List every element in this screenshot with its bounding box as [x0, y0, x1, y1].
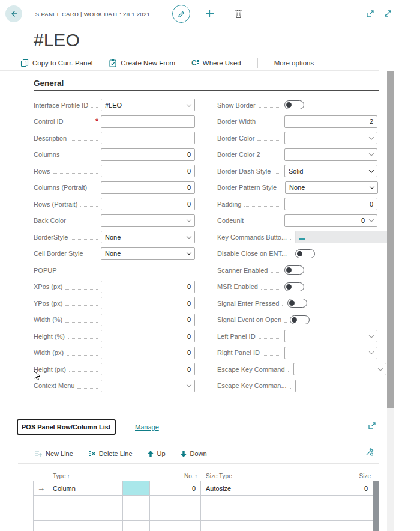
codeunit-combobox[interactable]: 0: [284, 214, 377, 227]
field-value: 0: [187, 184, 191, 191]
section-title-general[interactable]: General: [34, 79, 64, 88]
column-header-no[interactable]: No.↑: [150, 473, 201, 479]
signal-enter-pressed-toggle[interactable]: [287, 299, 307, 308]
manage-link[interactable]: Manage: [135, 423, 159, 431]
scanner-enabled-toggle[interactable]: [284, 266, 304, 275]
rows-portrait-input[interactable]: 0: [101, 198, 195, 210]
field-control-id: Control ID *: [34, 115, 195, 128]
context-menu-combobox[interactable]: [101, 380, 195, 392]
field-border-color: Border Color: [217, 132, 377, 144]
width-px-input[interactable]: 0: [101, 347, 195, 359]
border-width-input[interactable]: 2: [284, 115, 377, 128]
cell-no[interactable]: 0: [150, 481, 201, 495]
delete-button[interactable]: [234, 8, 243, 19]
back-button[interactable]: [5, 5, 22, 22]
msr-enabled-toggle[interactable]: [284, 282, 304, 291]
part-open-in-new-window-button[interactable]: [368, 422, 376, 430]
border-pattern-style-select[interactable]: None: [285, 181, 378, 194]
columns-input[interactable]: 0: [101, 148, 195, 161]
table-row-empty[interactable]: [33, 496, 379, 508]
dotted-leader: [68, 338, 98, 339]
dotted-leader: [259, 338, 281, 339]
rows-input[interactable]: 0: [101, 165, 195, 177]
delete-line-button[interactable]: Delete Line: [88, 449, 133, 458]
disable-close-on-enter-toggle[interactable]: [295, 249, 315, 258]
column-header-size-type[interactable]: Size Type: [201, 473, 298, 479]
escape-key-command-name-input[interactable]: [295, 380, 388, 392]
columns-portrait-input[interactable]: 0: [101, 181, 195, 194]
padding-input[interactable]: 0: [284, 198, 377, 210]
move-down-button[interactable]: Down: [180, 450, 207, 458]
left-panel-id-combobox[interactable]: [284, 330, 377, 342]
more-options-button[interactable]: More options: [274, 59, 314, 67]
new-line-button[interactable]: New Line: [34, 449, 73, 458]
field-label: Width (px): [34, 349, 64, 356]
chevron-down-icon[interactable]: [377, 366, 382, 371]
description-input[interactable]: [101, 132, 195, 144]
back-color-combobox[interactable]: [101, 214, 195, 227]
cell-size-type[interactable]: Autosize: [201, 481, 298, 495]
cell-size[interactable]: 0: [298, 481, 373, 495]
chevron-down-icon[interactable]: [187, 217, 191, 222]
part-tab-pos-panel-row-column-list[interactable]: POS Panel Row/Column List: [17, 419, 116, 435]
signal-event-on-open-toggle[interactable]: [290, 315, 310, 324]
xpos-input[interactable]: 0: [101, 281, 195, 293]
chevron-down-icon[interactable]: [369, 333, 374, 338]
borderstyle-select[interactable]: None: [101, 231, 195, 243]
field-label: XPos (px): [34, 283, 62, 290]
border-color-2-combobox[interactable]: [284, 148, 377, 161]
interface-profile-id-combobox[interactable]: #LEO: [101, 99, 195, 111]
width-pct-input[interactable]: 0: [101, 314, 195, 326]
field-label: Codeunit: [217, 217, 244, 224]
show-border-toggle[interactable]: [284, 100, 304, 109]
key-commands-field: [295, 231, 388, 243]
height-px-input[interactable]: 0: [101, 363, 195, 375]
column-header-size[interactable]: Size: [298, 473, 373, 479]
chevron-down-icon[interactable]: [369, 349, 374, 354]
cell-border-style-select[interactable]: None: [101, 247, 195, 260]
page-scrollbar-thumb[interactable]: [387, 71, 394, 408]
border-color-combobox[interactable]: [284, 132, 377, 144]
move-up-button[interactable]: Up: [147, 450, 166, 458]
edit-button[interactable]: [172, 5, 190, 23]
column-header-type[interactable]: Type↑: [49, 473, 123, 479]
chevron-down-icon[interactable]: [369, 135, 374, 139]
right-panel-id-combobox[interactable]: [284, 347, 377, 359]
table-scrollbar[interactable]: [373, 481, 379, 531]
back-arrow-icon: [9, 9, 19, 19]
chevron-down-icon[interactable]: [187, 102, 191, 106]
group-popup: POPUP: [34, 264, 195, 276]
open-in-new-window-button[interactable]: [366, 10, 374, 18]
pin-button[interactable]: [365, 448, 374, 457]
chevron-down-icon[interactable]: [369, 217, 374, 222]
add-button[interactable]: [205, 8, 215, 19]
cell-type[interactable]: Column: [49, 481, 123, 495]
border-dash-style-select[interactable]: Solid: [284, 165, 377, 177]
table-row[interactable]: → Column 0 Autosize 0: [33, 481, 379, 496]
expand-button[interactable]: [383, 9, 392, 18]
table-row-empty[interactable]: [33, 521, 379, 531]
toggle-knob: [289, 300, 295, 306]
action-bar: Copy to Curr. Panel Create New From C Wh…: [20, 56, 314, 70]
chevron-down-icon[interactable]: [187, 382, 191, 387]
field-label: Disable Close on ENT...: [217, 250, 287, 257]
height-pct-input[interactable]: 0: [101, 330, 195, 342]
control-id-input[interactable]: [101, 115, 195, 128]
cell-selected[interactable]: [123, 481, 150, 495]
field-borderstyle: BorderStyle None: [34, 231, 195, 243]
field-disable-close: Disable Close on ENT...: [217, 247, 377, 260]
pin-icon: [365, 448, 374, 457]
copy-to-curr-panel-button[interactable]: Copy to Curr. Panel: [20, 59, 92, 67]
create-new-from-button[interactable]: Create New From: [109, 59, 175, 67]
chevron-down-icon[interactable]: [369, 151, 374, 156]
dotted-leader: [282, 305, 284, 306]
table-row-empty[interactable]: [33, 508, 379, 521]
field-escape-key-command: Escape Key Command: [217, 363, 377, 375]
toggle-knob: [292, 317, 297, 323]
field-label: Back Color: [34, 217, 66, 224]
ypos-input[interactable]: 0: [101, 297, 195, 309]
escape-key-command-combobox[interactable]: [293, 363, 386, 375]
field-label: Scanner Enabled: [217, 267, 268, 274]
page-scrollbar-track[interactable]: [387, 71, 394, 531]
where-used-button[interactable]: C Where Used: [191, 59, 241, 67]
